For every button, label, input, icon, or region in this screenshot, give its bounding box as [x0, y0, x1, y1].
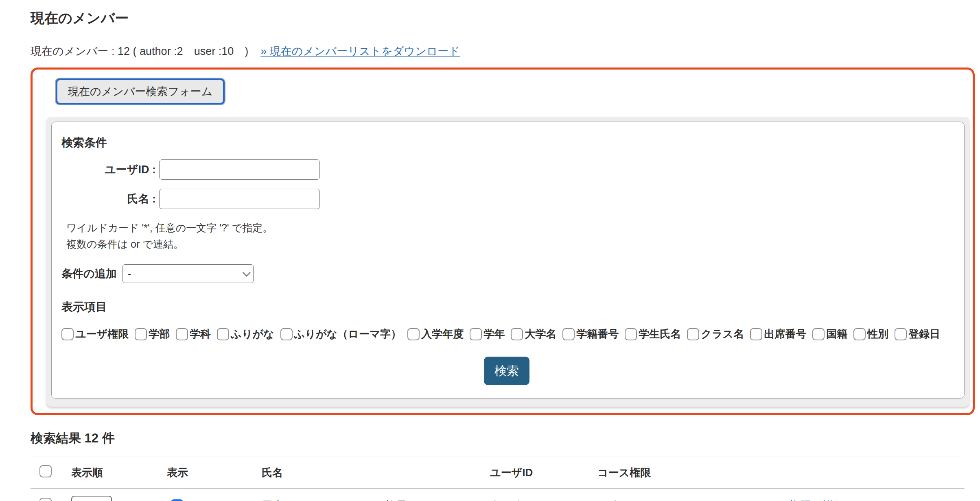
member-name: 日本データパシフィック教員: [262, 489, 490, 501]
display-item-gender[interactable]: 性別: [853, 327, 888, 341]
display-items-title: 表示項目: [61, 299, 952, 315]
search-conditions-title: 検索条件: [61, 135, 952, 150]
visible-checkbox-checked[interactable]: [171, 499, 183, 501]
search-button-row: 検索: [61, 357, 952, 385]
display-item-faculty[interactable]: 学部: [135, 327, 170, 341]
column-header-order: 表示順: [71, 457, 167, 489]
user-id-label: ユーザID :: [61, 162, 156, 177]
chevron-down-icon: [243, 268, 251, 277]
results-table: 表示順 表示 氏名 ユーザID コース権限 1 日本データパシフィック教員: [31, 457, 965, 501]
checkbox-icon[interactable]: [812, 328, 825, 340]
role-detail-link[interactable]: » 権限の詳細: [780, 499, 844, 501]
display-item-grade[interactable]: 学年: [470, 327, 505, 341]
display-item-class-name[interactable]: クラス名: [687, 327, 744, 341]
display-item-student-number[interactable]: 学籍番号: [562, 327, 619, 341]
column-header-course-role: コース権限: [597, 457, 773, 489]
add-condition-value: -: [128, 268, 131, 280]
page-title: 現在のメンバー: [31, 9, 965, 28]
display-item-registration-date[interactable]: 登録日: [895, 327, 940, 341]
name-input[interactable]: [159, 189, 320, 209]
row-select-checkbox[interactable]: [39, 498, 52, 501]
member-role: Author: [597, 489, 773, 501]
display-order-select[interactable]: 1: [71, 496, 112, 501]
display-items-row: ユーザ権限 学部 学科 ふりがな ふりがな（ローマ字） 入学年度 学年 大学名 …: [61, 327, 952, 341]
checkbox-icon[interactable]: [61, 328, 74, 340]
checkbox-icon[interactable]: [511, 328, 523, 340]
column-header-name: 氏名: [262, 457, 490, 489]
display-item-department[interactable]: 学科: [176, 327, 211, 341]
select-all-checkbox[interactable]: [39, 465, 52, 477]
checkbox-icon[interactable]: [407, 328, 420, 340]
table-row: 1 日本データパシフィック教員 dpauthor Author » 権限の詳細: [31, 489, 965, 501]
search-form-panel: 検索条件 ユーザID : 氏名 : ワイルドカード '*', 任意の一文字 '?…: [46, 117, 969, 407]
display-item-furigana[interactable]: ふりがな: [217, 327, 274, 341]
member-user-id: dpauthor: [490, 489, 597, 501]
checkbox-icon[interactable]: [280, 328, 293, 340]
checkbox-icon[interactable]: [135, 328, 147, 340]
name-row: 氏名 :: [61, 189, 952, 209]
search-section-highlight: 現在のメンバー検索フォーム 検索条件 ユーザID : 氏名 : ワイルドカード …: [31, 68, 975, 415]
display-item-university[interactable]: 大学名: [511, 327, 556, 341]
column-header-detail: [773, 457, 965, 489]
search-submit-button[interactable]: 検索: [484, 357, 529, 385]
checkbox-icon[interactable]: [562, 328, 575, 340]
wildcard-hint: ワイルドカード '*', 任意の一文字 '?' で指定。: [66, 220, 952, 236]
display-item-nationality[interactable]: 国籍: [812, 327, 847, 341]
user-id-row: ユーザID :: [61, 159, 952, 180]
display-item-user-role[interactable]: ユーザ権限: [61, 327, 129, 341]
download-member-list-link[interactable]: » 現在のメンバーリストをダウンロード: [260, 44, 460, 59]
display-item-furigana-roman[interactable]: ふりがな（ローマ字）: [280, 327, 402, 341]
add-condition-label: 条件の追加: [61, 266, 117, 281]
checkbox-icon[interactable]: [625, 328, 637, 340]
checkbox-icon[interactable]: [687, 328, 699, 340]
results-title: 検索結果 12 件: [31, 430, 965, 447]
add-condition-select[interactable]: -: [122, 264, 254, 283]
column-header-user-id: ユーザID: [490, 457, 597, 489]
checkbox-icon[interactable]: [470, 328, 482, 340]
member-summary: 現在のメンバー : 12 ( author :2 user :10 ) » 現在…: [31, 44, 965, 59]
search-hints: ワイルドカード '*', 任意の一文字 '?' で指定。 複数の条件は or で…: [66, 220, 952, 252]
checkbox-icon[interactable]: [176, 328, 188, 340]
display-item-attendance-number[interactable]: 出席番号: [750, 327, 806, 341]
checkbox-icon[interactable]: [853, 328, 866, 340]
display-item-student-name[interactable]: 学生氏名: [625, 327, 681, 341]
user-id-input[interactable]: [159, 159, 320, 180]
member-count-text: 現在のメンバー : 12 ( author :2 user :10 ): [31, 44, 248, 59]
checkbox-icon[interactable]: [217, 328, 229, 340]
display-item-admission-year[interactable]: 入学年度: [407, 327, 464, 341]
name-label: 氏名 :: [61, 192, 156, 206]
checkbox-icon[interactable]: [750, 328, 762, 340]
or-hint: 複数の条件は or で連結。: [66, 236, 952, 252]
search-form-toggle-button[interactable]: 現在のメンバー検索フォーム: [56, 78, 225, 105]
add-condition-row: 条件の追加 -: [61, 264, 952, 283]
checkbox-icon[interactable]: [895, 328, 907, 340]
table-header-row: 表示順 表示 氏名 ユーザID コース権限: [31, 457, 965, 489]
column-header-visible: 表示: [167, 457, 262, 489]
search-form-inner: 検索条件 ユーザID : 氏名 : ワイルドカード '*', 任意の一文字 '?…: [51, 122, 965, 399]
members-page: 現在のメンバー 現在のメンバー : 12 ( author :2 user :1…: [0, 0, 980, 501]
